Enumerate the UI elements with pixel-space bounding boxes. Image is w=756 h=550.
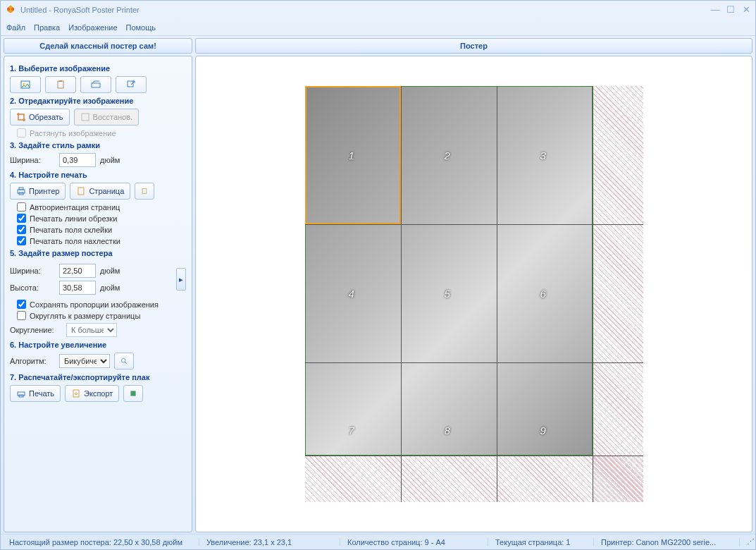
printer-icon bbox=[16, 186, 26, 196]
crop-button[interactable]: Обрезать bbox=[10, 109, 70, 126]
status-printer: Принтер: Canon MG2200 serie... bbox=[594, 538, 740, 546]
svg-point-1 bbox=[11, 8, 14, 11]
clipboard-icon bbox=[56, 80, 66, 90]
svg-point-3 bbox=[23, 83, 25, 85]
status-pages: Количество страниц: 9 - A4 bbox=[340, 538, 488, 546]
status-current: Текущая страница: 1 bbox=[488, 538, 594, 546]
step4-title: 4. Настройте печать bbox=[10, 171, 186, 179]
step5-title: 5. Задайте размер постера bbox=[10, 249, 186, 257]
content-area: 1. Выберите изображение 2. Отредактируйт… bbox=[1, 56, 755, 534]
image-icon bbox=[20, 80, 30, 90]
svg-rect-4 bbox=[58, 81, 63, 88]
page-icon bbox=[76, 186, 86, 196]
round-page-checkbox[interactable] bbox=[17, 311, 26, 320]
svg-rect-6 bbox=[92, 83, 100, 87]
algorithm-label: Алгоритм: bbox=[10, 357, 55, 365]
svg-rect-12 bbox=[78, 188, 84, 195]
magnifier-icon bbox=[120, 356, 128, 366]
header-poster-label: Постер bbox=[195, 38, 752, 54]
sidebar: 1. Выберите изображение 2. Отредактируйт… bbox=[4, 56, 192, 532]
export-icon bbox=[71, 389, 81, 398]
paste-button[interactable] bbox=[45, 76, 76, 93]
frame-width-input[interactable] bbox=[59, 153, 96, 167]
restore-button: Восстанов. bbox=[74, 109, 140, 126]
menubar: Файл Правка Изображение Помощь bbox=[1, 19, 755, 36]
menu-help[interactable]: Помощь bbox=[126, 23, 156, 32]
preview-pane[interactable]: 1 2 3 4 5 6 7 8 9 bbox=[195, 56, 752, 532]
cell-number: 7 bbox=[349, 424, 354, 436]
page-plus-icon bbox=[141, 186, 148, 196]
menu-file[interactable]: Файл bbox=[6, 23, 25, 32]
svg-rect-18 bbox=[131, 391, 136, 396]
page-button[interactable]: Страница bbox=[70, 183, 130, 200]
poster-canvas: 1 2 3 4 5 6 7 8 9 bbox=[305, 86, 643, 502]
cell-number: 4 bbox=[349, 288, 354, 300]
poster-width-label: Ширина: bbox=[10, 267, 55, 275]
status-size: Настоящий размер постера: 22,50 x 30,58 … bbox=[2, 538, 199, 546]
printer-button[interactable]: Принтер bbox=[10, 183, 66, 200]
cut-lines-checkbox[interactable] bbox=[17, 214, 26, 223]
cell-number: 1 bbox=[349, 149, 354, 161]
poster-height-input[interactable] bbox=[59, 281, 96, 295]
poster-height-label: Высота: bbox=[10, 283, 55, 292]
zoom-preview-button[interactable] bbox=[114, 353, 134, 369]
minimize-button[interactable]: — bbox=[710, 5, 720, 15]
close-button[interactable]: ✕ bbox=[741, 5, 751, 15]
menu-edit[interactable]: Правка bbox=[34, 23, 60, 32]
page-extra-button[interactable] bbox=[135, 183, 154, 200]
status-zoom: Увеличение: 23,1 x 23,1 bbox=[199, 538, 340, 546]
cell-number: 5 bbox=[445, 288, 450, 300]
svg-point-0 bbox=[7, 8, 10, 11]
resize-grip-icon[interactable]: ⋰ bbox=[740, 537, 754, 546]
export-extra-button[interactable] bbox=[123, 385, 143, 402]
svg-rect-5 bbox=[59, 80, 62, 82]
export-button[interactable]: Экспорт bbox=[65, 385, 119, 402]
external-button[interactable] bbox=[116, 76, 147, 93]
step7-title: 7. Распечатайте/экспортируйте плак bbox=[10, 373, 186, 381]
cell-number: 9 bbox=[540, 424, 546, 436]
auto-orient-checkbox[interactable] bbox=[17, 202, 26, 212]
stretch-checkbox bbox=[17, 128, 26, 138]
scanner-icon bbox=[91, 80, 101, 90]
cell-number: 3 bbox=[540, 149, 546, 161]
svg-point-14 bbox=[121, 358, 125, 362]
statusbar: Настоящий размер постера: 22,50 x 30,58 … bbox=[1, 534, 755, 549]
rounding-label: Округление: bbox=[10, 326, 62, 334]
app-window: Untitled - RonyaSoft Poster Printer — ☐ … bbox=[0, 0, 756, 550]
keep-ratio-checkbox[interactable] bbox=[17, 300, 26, 309]
svg-rect-7 bbox=[128, 81, 133, 87]
cell-number: 8 bbox=[445, 424, 450, 436]
svg-rect-10 bbox=[19, 188, 23, 190]
step2-title: 2. Отредактируйте изображение bbox=[10, 97, 186, 105]
stretch-checkbox-row: Растянуть изображение bbox=[17, 128, 186, 138]
step6-title: 6. Настройте увеличение bbox=[10, 341, 186, 349]
header-row: Сделай классный постер сам! Постер bbox=[1, 36, 755, 56]
svg-rect-8 bbox=[82, 114, 89, 121]
step1-title: 1. Выберите изображение bbox=[10, 64, 186, 73]
cell-number: 6 bbox=[540, 288, 546, 300]
open-image-button[interactable] bbox=[10, 76, 41, 93]
square-icon bbox=[130, 389, 137, 398]
print-icon bbox=[16, 389, 26, 398]
svg-rect-13 bbox=[142, 188, 147, 193]
cell-number: 2 bbox=[445, 149, 450, 161]
print-button[interactable]: Печать bbox=[10, 385, 61, 402]
size-link-toggle[interactable]: ▸ bbox=[176, 268, 186, 291]
poster-width-input[interactable] bbox=[59, 264, 96, 278]
window-title: Untitled - RonyaSoft Poster Printer bbox=[20, 6, 710, 14]
frame-width-label: Ширина: bbox=[10, 156, 55, 164]
crop-icon bbox=[16, 112, 26, 122]
overlap-checkbox[interactable] bbox=[17, 236, 26, 245]
algorithm-select[interactable]: Бикубическ bbox=[59, 354, 110, 368]
titlebar: Untitled - RonyaSoft Poster Printer — ☐ … bbox=[1, 1, 755, 19]
glue-fields-checkbox[interactable] bbox=[17, 225, 26, 234]
header-promo-button[interactable]: Сделай классный постер сам! bbox=[4, 38, 192, 54]
menu-image[interactable]: Изображение bbox=[68, 23, 117, 32]
maximize-button[interactable]: ☐ bbox=[726, 5, 736, 15]
step3-title: 3. Задайте стиль рамки bbox=[10, 141, 186, 149]
external-icon bbox=[126, 80, 136, 90]
restore-icon bbox=[80, 112, 90, 122]
scan-button[interactable] bbox=[80, 76, 111, 93]
rounding-select: К большем bbox=[66, 323, 117, 337]
app-logo-icon bbox=[5, 4, 16, 16]
